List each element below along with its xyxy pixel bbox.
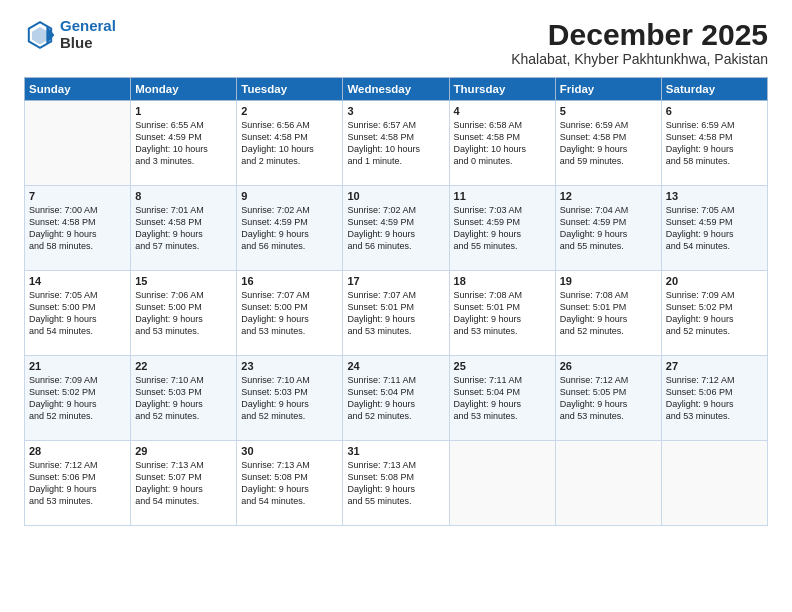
day-number: 7	[29, 190, 126, 202]
cell-info-line: and 52 minutes.	[666, 325, 763, 337]
calendar-cell: 17Sunrise: 7:07 AMSunset: 5:01 PMDayligh…	[343, 271, 449, 356]
day-number: 26	[560, 360, 657, 372]
cell-info-line: Sunset: 5:03 PM	[135, 386, 232, 398]
day-number: 25	[454, 360, 551, 372]
cell-info-line: Daylight: 10 hours	[454, 143, 551, 155]
day-number: 22	[135, 360, 232, 372]
cell-info-line: Daylight: 9 hours	[666, 228, 763, 240]
cell-info-line: and 54 minutes.	[666, 240, 763, 252]
cell-info-line: Sunrise: 7:03 AM	[454, 204, 551, 216]
cell-info-line: and 0 minutes.	[454, 155, 551, 167]
calendar-cell: 28Sunrise: 7:12 AMSunset: 5:06 PMDayligh…	[25, 441, 131, 526]
cell-info-line: and 2 minutes.	[241, 155, 338, 167]
cell-info-line: and 53 minutes.	[454, 410, 551, 422]
cell-info-line: Daylight: 9 hours	[347, 228, 444, 240]
cell-info-line: Daylight: 9 hours	[241, 313, 338, 325]
cell-info-line: Sunset: 5:06 PM	[29, 471, 126, 483]
calendar-cell: 18Sunrise: 7:08 AMSunset: 5:01 PMDayligh…	[449, 271, 555, 356]
cell-info-line: and 54 minutes.	[241, 495, 338, 507]
week-row-0: 1Sunrise: 6:55 AMSunset: 4:59 PMDaylight…	[25, 101, 768, 186]
cell-info-line: Sunrise: 7:05 AM	[29, 289, 126, 301]
cell-info-line: Sunrise: 7:13 AM	[135, 459, 232, 471]
cell-info-line: Daylight: 9 hours	[454, 313, 551, 325]
page-subtitle: Khalabat, Khyber Pakhtunkhwa, Pakistan	[511, 51, 768, 67]
cell-info-line: and 52 minutes.	[241, 410, 338, 422]
cell-info-line: Daylight: 9 hours	[560, 143, 657, 155]
cell-info-line: Sunset: 4:59 PM	[454, 216, 551, 228]
calendar-cell: 20Sunrise: 7:09 AMSunset: 5:02 PMDayligh…	[661, 271, 767, 356]
calendar-cell: 8Sunrise: 7:01 AMSunset: 4:58 PMDaylight…	[131, 186, 237, 271]
cell-info-line: Sunrise: 7:02 AM	[347, 204, 444, 216]
header-monday: Monday	[131, 78, 237, 101]
cell-info-line: and 53 minutes.	[454, 325, 551, 337]
cell-info-line: Sunset: 5:03 PM	[241, 386, 338, 398]
week-row-1: 7Sunrise: 7:00 AMSunset: 4:58 PMDaylight…	[25, 186, 768, 271]
cell-info-line: Daylight: 10 hours	[135, 143, 232, 155]
week-row-3: 21Sunrise: 7:09 AMSunset: 5:02 PMDayligh…	[25, 356, 768, 441]
cell-info-line: and 1 minute.	[347, 155, 444, 167]
day-number: 3	[347, 105, 444, 117]
day-number: 24	[347, 360, 444, 372]
cell-info-line: Sunrise: 7:08 AM	[560, 289, 657, 301]
day-number: 21	[29, 360, 126, 372]
cell-info-line: Sunset: 5:02 PM	[29, 386, 126, 398]
calendar-cell: 30Sunrise: 7:13 AMSunset: 5:08 PMDayligh…	[237, 441, 343, 526]
cell-info-line: Sunset: 5:07 PM	[135, 471, 232, 483]
cell-info-line: Daylight: 9 hours	[135, 398, 232, 410]
cell-info-line: Sunset: 4:58 PM	[29, 216, 126, 228]
day-number: 20	[666, 275, 763, 287]
cell-info-line: and 55 minutes.	[454, 240, 551, 252]
cell-info-line: and 55 minutes.	[560, 240, 657, 252]
cell-info-line: and 59 minutes.	[560, 155, 657, 167]
day-number: 5	[560, 105, 657, 117]
cell-info-line: and 52 minutes.	[29, 410, 126, 422]
day-number: 13	[666, 190, 763, 202]
cell-info-line: and 3 minutes.	[135, 155, 232, 167]
day-number: 18	[454, 275, 551, 287]
header-thursday: Thursday	[449, 78, 555, 101]
cell-info-line: Sunrise: 7:09 AM	[29, 374, 126, 386]
cell-info-line: Sunset: 5:04 PM	[454, 386, 551, 398]
cell-info-line: Sunrise: 7:11 AM	[347, 374, 444, 386]
day-number: 4	[454, 105, 551, 117]
day-number: 23	[241, 360, 338, 372]
day-number: 28	[29, 445, 126, 457]
header-saturday: Saturday	[661, 78, 767, 101]
cell-info-line: Daylight: 10 hours	[241, 143, 338, 155]
page: General Blue December 2025 Khalabat, Khy…	[0, 0, 792, 538]
day-number: 8	[135, 190, 232, 202]
header-wednesday: Wednesday	[343, 78, 449, 101]
cell-info-line: Daylight: 9 hours	[135, 483, 232, 495]
cell-info-line: Daylight: 9 hours	[29, 483, 126, 495]
logo-line2: Blue	[60, 35, 116, 52]
calendar-cell: 11Sunrise: 7:03 AMSunset: 4:59 PMDayligh…	[449, 186, 555, 271]
calendar-cell: 13Sunrise: 7:05 AMSunset: 4:59 PMDayligh…	[661, 186, 767, 271]
cell-info-line: Sunset: 4:58 PM	[560, 131, 657, 143]
calendar-cell	[555, 441, 661, 526]
cell-info-line: Daylight: 9 hours	[241, 483, 338, 495]
cell-info-line: Sunrise: 7:08 AM	[454, 289, 551, 301]
calendar-cell: 2Sunrise: 6:56 AMSunset: 4:58 PMDaylight…	[237, 101, 343, 186]
cell-info-line: Sunrise: 6:58 AM	[454, 119, 551, 131]
header-friday: Friday	[555, 78, 661, 101]
cell-info-line: Sunset: 4:59 PM	[666, 216, 763, 228]
day-number: 16	[241, 275, 338, 287]
week-row-2: 14Sunrise: 7:05 AMSunset: 5:00 PMDayligh…	[25, 271, 768, 356]
day-number: 17	[347, 275, 444, 287]
cell-info-line: Daylight: 9 hours	[560, 313, 657, 325]
cell-info-line: Daylight: 9 hours	[241, 398, 338, 410]
cell-info-line: Sunrise: 6:55 AM	[135, 119, 232, 131]
cell-info-line: Daylight: 9 hours	[135, 228, 232, 240]
day-number: 30	[241, 445, 338, 457]
cell-info-line: Sunset: 4:58 PM	[241, 131, 338, 143]
calendar-cell: 3Sunrise: 6:57 AMSunset: 4:58 PMDaylight…	[343, 101, 449, 186]
cell-info-line: Sunset: 5:01 PM	[560, 301, 657, 313]
calendar-cell: 14Sunrise: 7:05 AMSunset: 5:00 PMDayligh…	[25, 271, 131, 356]
calendar-table: SundayMondayTuesdayWednesdayThursdayFrid…	[24, 77, 768, 526]
day-number: 2	[241, 105, 338, 117]
calendar-cell: 5Sunrise: 6:59 AMSunset: 4:58 PMDaylight…	[555, 101, 661, 186]
cell-info-line: Daylight: 9 hours	[29, 228, 126, 240]
cell-info-line: Sunrise: 6:59 AM	[666, 119, 763, 131]
cell-info-line: Sunrise: 7:01 AM	[135, 204, 232, 216]
cell-info-line: and 53 minutes.	[347, 325, 444, 337]
